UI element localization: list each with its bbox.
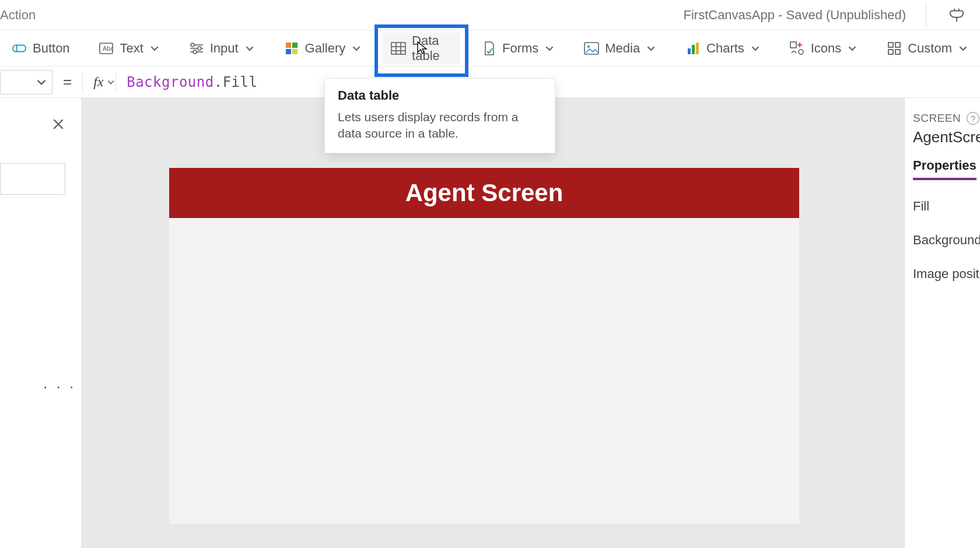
insert-data-table-label: Data table [412,33,452,64]
forms-icon [481,41,496,56]
insert-button[interactable]: Button [4,33,78,64]
app-title: FirstCanvasApp - Saved (Unpublished) [683,8,906,23]
tooltip-title: Data table [338,88,542,103]
gallery-icon [284,41,299,56]
insert-forms[interactable]: Forms [473,33,563,64]
help-icon[interactable]: ? [967,112,979,125]
chevron-down-icon [750,43,761,54]
chevron-down-icon [847,43,858,54]
tree-view-panel: · · · [0,98,82,548]
tab-action-label[interactable]: Action [0,8,36,23]
property-selector[interactable] [0,70,52,94]
charts-icon [685,41,701,56]
title-bar: Action FirstCanvasApp - Saved (Unpublish… [0,0,980,30]
svg-rect-26 [895,43,900,47]
svg-rect-13 [391,43,405,54]
insert-data-table[interactable]: Data table [383,33,460,64]
svg-rect-25 [888,43,893,47]
media-icon [584,41,599,56]
tree-search-input[interactable] [0,163,65,195]
selected-screen-name: AgentScree [913,128,980,146]
chevron-down-icon [958,43,968,54]
insert-text-label: Text [120,41,143,56]
data-table-icon [391,41,406,56]
chevron-down-icon [544,43,555,54]
tree-item-more-button[interactable]: · · · [43,378,76,396]
property-background-image-label[interactable]: Background i [913,233,980,248]
insert-custom-label: Custom [908,41,952,56]
svg-rect-20 [688,48,691,54]
insert-media[interactable]: Media [576,33,664,64]
svg-rect-23 [790,42,796,48]
canvas-viewport[interactable]: Agent Screen [82,98,904,548]
insert-button-label: Button [33,41,70,56]
property-image-position-label[interactable]: Image positio [913,266,980,282]
panel-section-label: SCREEN ? [913,112,980,125]
chevron-down-icon [244,43,255,54]
insert-ribbon: Button Abc Text Input [0,30,980,66]
svg-rect-21 [692,45,695,54]
screen-header-label: Agent Screen [169,168,799,218]
insert-input[interactable]: Input [181,33,263,64]
svg-rect-10 [292,43,298,48]
insert-gallery[interactable]: Gallery [276,33,370,64]
svg-rect-0 [13,45,26,51]
input-icon [189,41,204,56]
insert-charts-label: Charts [706,41,744,56]
svg-rect-11 [286,49,291,54]
canvas-screen[interactable]: Agent Screen [169,168,799,524]
text-icon: Abc [99,41,114,56]
svg-rect-22 [696,43,699,54]
chevron-down-icon [351,43,362,54]
svg-text:Abc: Abc [103,45,113,52]
button-icon [12,41,27,56]
svg-rect-27 [888,50,893,54]
insert-icons-label: Icons [811,41,842,56]
svg-point-8 [193,50,197,54]
custom-icon [887,41,902,56]
insert-input-label: Input [210,41,239,56]
fx-button[interactable]: fx [83,74,116,90]
property-fill-label[interactable]: Fill [913,199,980,214]
data-table-tooltip: Data table Lets users display records fr… [324,78,555,153]
main-area: · · · Agent Screen SCREEN ? AgentScree P… [0,98,980,548]
insert-forms-label: Forms [502,41,538,56]
insert-icons[interactable]: Icons [782,33,866,64]
tab-properties[interactable]: Properties [913,158,977,180]
svg-point-19 [587,45,590,48]
insert-custom[interactable]: Custom [878,33,977,64]
svg-rect-28 [895,50,900,54]
insert-charts[interactable]: Charts [677,33,769,64]
svg-point-7 [198,47,201,50]
chevron-down-icon [149,43,160,54]
title-divider [926,3,926,27]
svg-rect-12 [292,49,298,54]
insert-gallery-label: Gallery [305,41,346,56]
svg-point-24 [799,50,803,54]
insert-media-label: Media [605,41,640,56]
svg-point-6 [191,43,194,47]
close-panel-button[interactable] [52,118,65,131]
insert-text[interactable]: Abc Text [90,33,167,64]
icons-icon [790,41,805,56]
equals-sign: = [52,73,82,91]
app-checker-icon[interactable] [946,5,967,26]
chevron-down-icon [646,43,656,54]
properties-panel: SCREEN ? AgentScree Properties Fill Back… [904,98,980,548]
tooltip-body: Lets users display records from a data s… [338,109,542,142]
svg-rect-9 [286,43,291,48]
